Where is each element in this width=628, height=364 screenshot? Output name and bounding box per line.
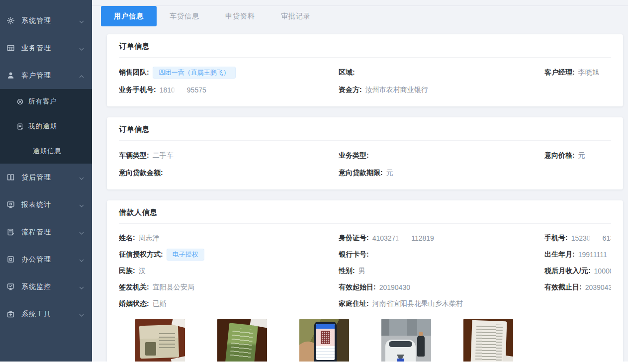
sidebar-item-system-monitor[interactable]: 系统监控: [0, 273, 92, 300]
field-label: 性别:: [339, 267, 355, 275]
field-mobile: 手机号: 152306137: [544, 230, 611, 246]
field-label: 有效截止日:: [544, 283, 582, 292]
photo-phone-qr[interactable]: [299, 319, 349, 362]
field-value: 宜阳县公安局: [153, 283, 194, 292]
field-sales-team: 销售团队: 四团一营（直属王鹏飞）: [119, 64, 339, 81]
field-label: 签发机关:: [119, 283, 149, 292]
sidebar-item-my-overdue[interactable]: 我的逾期: [0, 114, 92, 139]
app-window: 系统管理 业务管理 客户管理 所有客户: [0, 0, 628, 362]
monitor-icon: [6, 200, 15, 209]
field-bank-card: 银行卡号:: [339, 246, 544, 263]
sidebar-item-office-management[interactable]: 办公管理: [0, 246, 92, 273]
photo-green-booklet[interactable]: [217, 319, 267, 362]
field-label: 税后月收入/元:: [544, 267, 591, 275]
photo-item: 身份证: [135, 319, 185, 362]
field-region: 区域:: [339, 64, 544, 81]
sidebar-submenu-customer: 所有客户 我的逾期 逾期信息: [0, 89, 92, 164]
field-label: 资金方:: [339, 86, 362, 94]
field-value: 元: [386, 169, 393, 178]
sidebar-item-business-management[interactable]: 业务管理: [0, 34, 92, 62]
field-funder: 资金方: 汝州市农村商业银行: [339, 81, 544, 98]
field-name: 姓名: 周志洋: [119, 230, 339, 246]
grid-icon: [6, 44, 15, 52]
sidebar-item-report-statistics[interactable]: 报表统计: [0, 191, 92, 218]
id-portrait-shape: [145, 342, 156, 356]
chevron-down-icon: [79, 201, 84, 209]
chevron-down-icon: [79, 228, 84, 236]
credit-auth-tag[interactable]: 电子授权: [167, 249, 204, 261]
toolbox-icon: [6, 310, 15, 318]
person-head: [419, 332, 423, 336]
user-icon: [6, 71, 15, 80]
chevron-up-icon: [79, 72, 84, 80]
field-business-phone: 业务手机号: 181095575: [119, 81, 339, 98]
sales-team-tag[interactable]: 四团一营（直属王鹏飞）: [153, 67, 236, 79]
sidebar-item-system-management[interactable]: 系统管理: [0, 7, 92, 34]
photo-document[interactable]: [463, 319, 513, 362]
tab-car-loan-info[interactable]: 车贷信息: [157, 6, 212, 26]
screen-list: [316, 346, 335, 360]
field-label: 意向价格:: [544, 151, 575, 160]
field-value: 汉: [139, 267, 146, 275]
field-value: 20390430: [585, 283, 611, 291]
field-label: 征信授权方式:: [119, 250, 163, 259]
sidebar-item-all-customers[interactable]: 所有客户: [0, 89, 92, 114]
chevron-down-icon: [79, 44, 84, 52]
sidebar: 系统管理 业务管理 客户管理 所有客户: [0, 0, 92, 362]
background-buildings: [381, 319, 431, 336]
field-value: 二手车: [153, 151, 174, 160]
field-id-number: 身份证号: 4103271112819: [339, 230, 544, 246]
wheel-icon: [16, 98, 24, 105]
field-value: 181095575: [160, 86, 206, 94]
field-grid: 销售团队: 四团一营（直属王鹏飞） 区域: 客户经理: 李晓旭 业务手机号: 1…: [119, 64, 611, 98]
field-value: 4103271112819: [372, 234, 434, 242]
sidebar-item-label: 所有客户: [28, 97, 57, 106]
field-label: 婚姻状态:: [119, 299, 149, 308]
nested-square-icon: [6, 255, 15, 264]
sidebar-item-process-management[interactable]: 流程管理: [0, 218, 92, 246]
photo-id-card[interactable]: [135, 319, 185, 362]
field-label: 身份证号:: [339, 234, 369, 243]
field-vehicle-type: 车辆类型: 二手车: [119, 147, 339, 164]
monitor-check-icon: [6, 282, 15, 291]
main-content: 用户信息 车贷信息 申贷资料 审批记录 订单信息 销售团队: 四团一营（直属王鹏…: [92, 0, 628, 362]
field-intent-price: 意向价格: 元: [544, 147, 611, 164]
field-marital-status: 婚姻状态: 已婚: [119, 295, 339, 312]
sidebar-item-label: 业务管理: [21, 44, 77, 53]
sidebar-item-label: 系统管理: [21, 16, 77, 25]
chevron-down-icon: [79, 283, 84, 291]
field-empty: [544, 295, 611, 312]
field-birth: 出生年月: 19911111: [544, 246, 611, 263]
field-value: 10000: [594, 267, 611, 275]
field-label: 家庭住址:: [339, 299, 369, 308]
sidebar-item-label: 逾期信息: [33, 147, 62, 156]
field-business-type: 业务类型:: [339, 147, 544, 164]
photo-gallery: 身份证 驾驶证照片: [135, 319, 611, 362]
field-label: 民族:: [119, 267, 135, 275]
sidebar-item-label: 系统监控: [21, 282, 77, 291]
sidebar-item-label: 办公管理: [21, 255, 77, 264]
loan-intent-card: 订单信息 车辆类型: 二手车 业务类型: 意向价格: 元: [107, 117, 623, 189]
sidebar-item-system-tools[interactable]: 系统工具: [0, 300, 92, 328]
field-label: 区域:: [339, 68, 355, 77]
field-credit-auth: 征信授权方式: 电子授权: [119, 246, 339, 263]
paper-scrap: [502, 355, 513, 362]
sidebar-item-label: 流程管理: [21, 228, 77, 237]
tab-approval-records[interactable]: 审批记录: [268, 6, 324, 26]
sidebar-item-postloan-management[interactable]: 贷后管理: [0, 164, 92, 191]
field-value: 周志洋: [139, 234, 160, 243]
photo-car[interactable]: [381, 319, 431, 362]
tab-user-info[interactable]: 用户信息: [101, 6, 157, 26]
sidebar-item-customer-management[interactable]: 客户管理: [0, 62, 92, 89]
photo-item: 驾驶证照片: [217, 319, 267, 362]
book-columns-icon: [6, 173, 15, 182]
field-value: 男: [359, 267, 365, 275]
sidebar-item-overdue-info[interactable]: 逾期信息: [0, 139, 92, 164]
borrower-info-card: 借款人信息 姓名: 周志洋 身份证号: 4103271112819 手机号: 1…: [107, 200, 623, 362]
photo-item: 人车照: [381, 319, 431, 362]
chevron-down-icon: [79, 310, 84, 318]
field-label: 客户经理:: [544, 68, 575, 77]
phone-screen: [316, 324, 335, 360]
field-gender: 性别: 男: [339, 263, 544, 279]
tab-loan-application-docs[interactable]: 申贷资料: [212, 6, 268, 26]
